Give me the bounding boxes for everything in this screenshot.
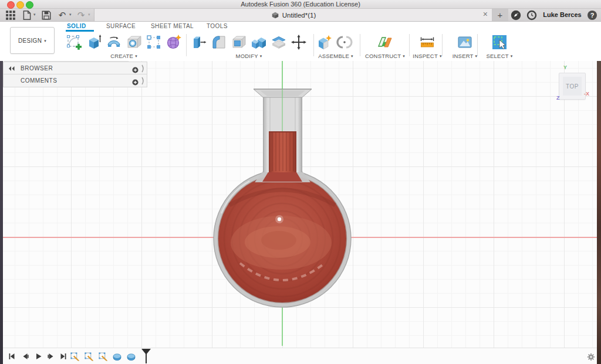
browser-panel-label: BROWSER (21, 65, 53, 72)
group-select-tools (491, 33, 508, 51)
extensions-icon[interactable] (511, 10, 521, 21)
document-tab-title: Untitled*(1) (282, 12, 316, 19)
construct-plane-icon[interactable] (376, 33, 394, 51)
app-toolbar: ▾ ↶ ▾ ↷ ▾ Untitled*(1) × + Luke Berces ? (0, 9, 601, 22)
document-tab[interactable]: Untitled*(1) × (94, 9, 493, 21)
extrude-icon[interactable] (85, 33, 103, 51)
assemble-menu-label: ASSEMBLE (318, 53, 349, 59)
construct-menu-label: CONSTRUCT (365, 53, 401, 59)
group-divider (186, 34, 187, 56)
window-title: Autodesk Fusion 360 (Education License) (0, 1, 601, 8)
browser-panel-header[interactable]: BROWSER (3, 62, 147, 75)
select-menu[interactable]: SELECT▾ (470, 52, 529, 59)
fillet-icon[interactable] (210, 33, 228, 51)
chevron-down-icon[interactable]: ▾ (88, 12, 90, 16)
step-back-icon[interactable] (21, 352, 29, 360)
go-to-start-icon[interactable] (8, 352, 16, 360)
viewcube-top-face[interactable]: TOP (563, 77, 582, 96)
group-inspect-tools (418, 33, 436, 51)
file-icon[interactable] (22, 10, 32, 21)
go-to-end-icon[interactable] (59, 352, 67, 360)
collapse-panel-icon[interactable] (8, 66, 15, 72)
measure-icon[interactable] (418, 33, 436, 51)
design-label: DESIGN (18, 38, 42, 44)
insert-image-icon[interactable] (456, 33, 474, 51)
tab-solid[interactable]: SOLID (67, 23, 86, 29)
desktop-edge-right (597, 61, 601, 364)
panel-grip[interactable] (141, 77, 145, 87)
viewport-canvas[interactable]: BROWSER COMMENTS TOP Y Z -X ▾ ▾ ▾ (3, 61, 597, 348)
group-construct-tools (376, 33, 394, 51)
workspace-design-button[interactable]: DESIGN ▾ (10, 27, 55, 54)
viewcube[interactable]: TOP (559, 73, 586, 100)
undo-icon[interactable]: ↶ (57, 10, 67, 21)
timeline-revolve-feature-icon[interactable] (113, 352, 121, 361)
comments-panel-header[interactable]: COMMENTS (3, 74, 147, 87)
comments-panel-label: COMMENTS (21, 77, 57, 84)
app-grid-icon[interactable] (5, 10, 16, 21)
chevron-down-icon: ▾ (44, 39, 46, 43)
select-menu-label: SELECT (487, 53, 509, 59)
create-menu-label: CREATE (110, 53, 133, 59)
create-form-icon[interactable] (165, 33, 183, 51)
create-menu[interactable]: CREATE▾ (65, 52, 183, 59)
chevron-down-icon: ▾ (135, 54, 137, 58)
viewcube-neg-x-axis-label: -X (584, 91, 589, 97)
create-sketch-icon[interactable] (65, 33, 83, 51)
offset-face-icon[interactable] (270, 33, 288, 51)
flask-model[interactable] (3, 61, 597, 348)
document-cube-icon (271, 11, 279, 19)
timeline-playhead-flag[interactable] (141, 349, 151, 355)
step-forward-icon[interactable] (47, 352, 55, 360)
group-create-tools (65, 33, 183, 51)
tab-tools[interactable]: TOOLS (207, 23, 228, 29)
press-pull-icon[interactable] (190, 33, 208, 51)
viewcube-y-axis-label: Y (563, 64, 567, 70)
select-icon[interactable] (491, 33, 508, 51)
viewcube-z-axis-label: Z (556, 95, 560, 101)
play-icon[interactable] (34, 352, 42, 360)
group-modify-tools (190, 33, 308, 51)
inspect-menu-label: INSPECT (413, 53, 438, 59)
help-icon[interactable]: ? (587, 10, 597, 21)
redo-icon[interactable]: ↷ (76, 10, 86, 21)
tab-surface[interactable]: SURFACE (106, 23, 136, 29)
chevron-down-icon[interactable]: ▾ (69, 12, 72, 16)
timeline-revolve-feature-icon[interactable] (127, 352, 136, 361)
revolve-icon[interactable] (105, 33, 123, 51)
modify-menu[interactable]: MODIFY▾ (190, 52, 308, 59)
job-status-icon[interactable] (526, 10, 537, 21)
move-icon[interactable] (290, 33, 308, 51)
hole-icon[interactable] (125, 33, 143, 51)
chevron-down-icon: ▾ (351, 54, 353, 58)
new-tab-button[interactable]: + (492, 9, 508, 21)
chevron-down-icon[interactable]: ▾ (33, 12, 36, 16)
gear-icon[interactable] (587, 353, 595, 361)
modify-menu-label: MODIFY (236, 53, 258, 59)
close-tab-icon[interactable]: × (483, 9, 488, 19)
pattern-icon[interactable] (145, 33, 163, 51)
circle-plus-icon[interactable] (132, 77, 139, 88)
chevron-down-icon: ▾ (511, 54, 513, 58)
ribbon-toolbar: DESIGN ▾ SOLID SURFACE SHEET METAL TOOLS (0, 22, 601, 62)
shell-icon[interactable] (230, 33, 248, 51)
timeline-bar (3, 348, 597, 364)
timeline-sketch-feature-icon[interactable] (85, 352, 93, 361)
timeline-sketch-feature-icon[interactable] (99, 352, 107, 361)
group-insert-tools (456, 33, 474, 51)
group-assemble-tools (316, 33, 353, 51)
tab-sheet-metal[interactable]: SHEET METAL (151, 23, 194, 29)
fusion-360-window: Autodesk Fusion 360 (Education License) … (0, 0, 601, 364)
save-icon[interactable] (41, 10, 52, 21)
titlebar: Autodesk Fusion 360 (Education License) (0, 0, 601, 9)
active-tab-underline (66, 30, 94, 32)
new-component-icon[interactable] (316, 33, 333, 51)
desktop-edge-left (0, 61, 3, 364)
combine-icon[interactable] (250, 33, 268, 51)
chevron-down-icon: ▾ (260, 54, 262, 58)
timeline-sketch-feature-icon[interactable] (70, 352, 79, 361)
user-name[interactable]: Luke Berces (540, 11, 585, 18)
joint-icon[interactable] (336, 33, 353, 51)
